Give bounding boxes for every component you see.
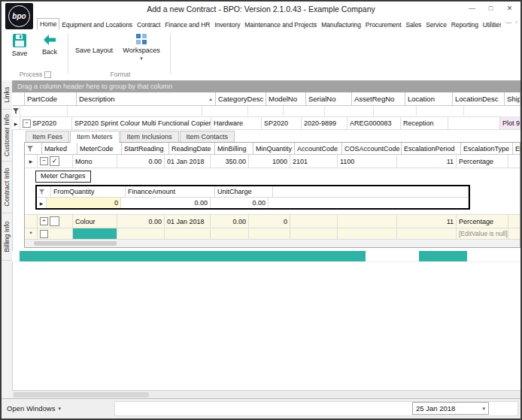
band-selected-segment[interactable] (20, 251, 366, 261)
column-header-serialno[interactable]: SerialNo (306, 92, 352, 105)
filter-cell-partcode[interactable] (20, 106, 68, 116)
ribbon-tab-maintenance-and-projects[interactable]: Maintenance and Projects (242, 20, 319, 30)
cell-location[interactable]: Reception (401, 117, 448, 129)
cell-modelno[interactable]: SP2020 (262, 117, 302, 129)
ribbon-tab-home[interactable]: Home (37, 18, 59, 30)
ribbon-tab-service[interactable]: Service (423, 20, 449, 30)
cell-serialno[interactable]: 2020-9899 (302, 117, 347, 129)
meter-charge-row[interactable]: ▶ 0 0.00 0.00 (37, 198, 469, 208)
column-header-marked[interactable]: Marked (42, 143, 77, 154)
filter-cell-locationdesc[interactable] (417, 106, 464, 116)
filter-cell-categorydesc[interactable] (202, 106, 248, 116)
cell-minquantity[interactable]: 1000 (249, 155, 290, 168)
meter-row-colour[interactable]: + Colour 0.00 01 Jan 2018 0.00 0 11 Perc… (25, 215, 520, 228)
save-button[interactable]: Save (5, 33, 35, 68)
column-header-locationdesc[interactable]: LocationDesc (453, 92, 505, 105)
cell-cosaccountcode[interactable]: 1100 (338, 155, 397, 168)
ribbon-tab-utilities[interactable]: Utilities (481, 20, 501, 30)
cell-description[interactable]: SP2020 Sprint Colour Multi Functional Co… (72, 117, 211, 129)
date-dropdown-icon[interactable]: ▾ (482, 406, 485, 412)
filter-cell-modelno[interactable] (248, 106, 284, 116)
grid-new-row-band[interactable] (12, 251, 520, 261)
ribbon-tab-contract[interactable]: Contract (135, 20, 162, 30)
ribbon-tab-inventory[interactable]: Inventory (212, 20, 242, 30)
cell-marked[interactable] (38, 228, 73, 239)
cell-marked[interactable]: + (38, 215, 73, 228)
detail-header-indicator-cell[interactable] (25, 143, 42, 154)
sidebar-tab-contract-info[interactable]: Contract Info (2, 162, 12, 213)
new-metercode-cell[interactable] (73, 228, 117, 239)
cell-cosaccountcode[interactable] (338, 228, 397, 239)
close-button[interactable]: ✕ (500, 2, 519, 15)
open-windows-button[interactable]: Open Windows ▾ (7, 399, 61, 418)
column-header-escalationtype[interactable]: EscalationType (461, 143, 513, 154)
meter-row-mono[interactable]: ▶ − ✓ Mono 0.00 01 Jan 2018 350.00 1000 … (25, 155, 520, 168)
column-header-categorydesc[interactable]: CategoryDesc (216, 92, 266, 105)
cell-readingdate[interactable]: 01 Jan 2018 (165, 155, 211, 168)
cell-escalationperiod[interactable]: 11 (397, 215, 457, 228)
mc-header-indicator-cell[interactable] (37, 186, 51, 197)
column-header-minquantity[interactable]: MinQuantity (253, 143, 295, 154)
detail-horizontal-scrollbar[interactable] (25, 240, 520, 247)
band-selected-segment[interactable] (419, 251, 467, 261)
scrollbar-thumb[interactable] (14, 392, 149, 397)
column-header-description[interactable]: Description ▲ (77, 92, 216, 105)
cell-shippingaddress[interactable]: Plot 91 Leaf Road, Fo (500, 117, 520, 129)
column-header-assetregno[interactable]: AssetRegNo (352, 92, 405, 105)
ribbon-tab-finance-and-hr[interactable]: Finance and HR (162, 20, 212, 30)
process-dialog-launcher-icon[interactable] (44, 71, 51, 78)
cell-escalationperiod[interactable]: 11 (397, 155, 457, 168)
ribbon-tab-equipment-and-locations[interactable]: Equipment and Locations (59, 20, 135, 30)
tab-item-contacts[interactable]: Item Contacts (180, 131, 235, 142)
cell-startreading[interactable]: 0.00 (117, 155, 165, 168)
column-header-shippingaddress[interactable]: ShippingAddress (505, 92, 520, 105)
cell-escalationperiod[interactable] (397, 228, 457, 239)
cell-startreading[interactable]: 0.00 (117, 215, 165, 228)
date-editor[interactable]: 25 Jan 2018 ▾ (412, 402, 489, 415)
column-header-unitcharge[interactable]: UnitCharge (215, 186, 273, 197)
column-header-metercode[interactable]: MeterCode (77, 143, 122, 154)
sidebar-tab-billing-info[interactable]: Billing Info (2, 213, 12, 261)
column-header-fromquantity[interactable]: FromQuantity (51, 186, 126, 197)
cell-escalationtype[interactable]: Percentage (457, 215, 508, 228)
ribbon-tab-reporting[interactable]: Reporting (449, 20, 481, 30)
cell-escalationamount[interactable] (508, 228, 520, 239)
cell-minquantity[interactable]: 0 (249, 215, 290, 228)
workspaces-button[interactable]: Workspaces ▾ (119, 33, 164, 68)
column-header-startreading[interactable]: StartReading (122, 143, 169, 154)
sidebar-tab-customer-info[interactable]: Customer Info (2, 110, 12, 162)
cell-fromquantity[interactable]: 0 (47, 198, 121, 208)
cell-locationdesc[interactable] (448, 117, 500, 129)
filter-cell-assetregno[interactable] (325, 106, 374, 116)
ribbon-tab-procurement[interactable]: Procurement (363, 20, 404, 30)
column-header-cosaccountcode[interactable]: COSAccountCode (342, 143, 402, 154)
cell-readingdate[interactable]: 01 Jan 2018 (165, 215, 211, 228)
tab-item-meters[interactable]: Item Meters (70, 131, 120, 143)
cell-escalationamount[interactable]: 10.00 (508, 215, 520, 228)
tab-item-fees[interactable]: Item Fees (26, 131, 69, 142)
filter-indicator-cell[interactable] (12, 106, 20, 116)
back-button[interactable]: Back (35, 33, 65, 68)
cell-escalationtype[interactable]: Percentage (457, 155, 508, 168)
column-header-partcode[interactable]: PartCode (25, 92, 77, 105)
column-header-location[interactable]: Location (405, 92, 453, 105)
equipment-row[interactable]: ▶ − SP2020 SP2020 Sprint Colour Multi Fu… (12, 117, 520, 130)
cell-assetregno[interactable]: AREG000083 (347, 117, 401, 129)
tab-item-inclusions[interactable]: Item Inclusions (120, 131, 179, 142)
cell-unitcharge[interactable]: 0.00 (211, 198, 269, 208)
cell-marked[interactable]: − ✓ (38, 155, 73, 168)
cell-escalationamount[interactable]: 10.00 (508, 155, 520, 168)
column-header-minbilling[interactable]: MinBilling (215, 143, 253, 154)
ribbon-pin-icon[interactable]: ▫ (515, 19, 517, 26)
cell-categorydesc[interactable]: Hardware (211, 117, 262, 129)
collapse-row-button[interactable]: − (23, 119, 31, 128)
ribbon-collapse-icon[interactable]: — (505, 19, 511, 26)
cell-accountcode[interactable] (290, 215, 338, 228)
save-layout-button[interactable]: Save Layout (72, 33, 116, 68)
cell-accountcode[interactable]: 2101 (290, 155, 338, 168)
cell-readingdate[interactable] (165, 228, 211, 239)
cell-minbilling[interactable] (211, 228, 249, 239)
cell-partcode[interactable]: − SP2020 (20, 117, 72, 129)
expand-row-button[interactable]: + (40, 217, 48, 225)
ribbon-tab-manufacturing[interactable]: Manufacturing (319, 20, 363, 30)
